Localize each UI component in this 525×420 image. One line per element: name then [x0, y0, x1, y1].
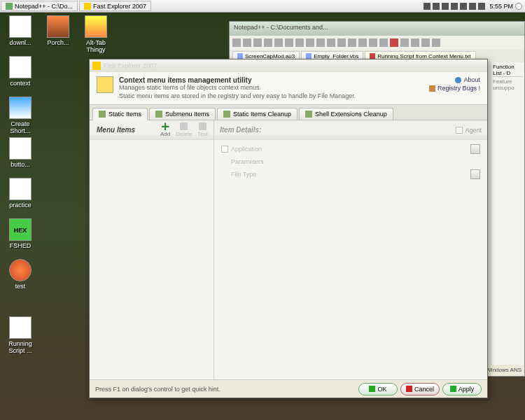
clock[interactable]: 5:55 PM [489, 3, 513, 10]
taskbar-label: Notepad++ - C:\Do... [15, 3, 73, 10]
toolbar-icon[interactable] [253, 38, 262, 47]
tray-icon[interactable] [442, 3, 449, 10]
toolbar-icon[interactable] [295, 38, 304, 47]
notepad-icon [6, 3, 13, 10]
desktop-icon[interactable]: butto... [3, 137, 38, 168]
about-link[interactable]: About [429, 76, 480, 83]
file-icon [237, 53, 243, 59]
toolbar-icon[interactable] [358, 38, 367, 47]
menu-items-list[interactable] [90, 140, 214, 379]
desktop-icon[interactable]: Alt-Tab Thingy [78, 15, 113, 53]
tray-icon[interactable] [451, 3, 458, 10]
details-header: Item Details: Agent [214, 120, 487, 140]
x-icon [180, 122, 188, 130]
browse-button [470, 169, 480, 179]
toolbar-icon[interactable] [432, 38, 440, 47]
hint-text: Press F1 on dialog's control to get quic… [95, 386, 358, 393]
tab-shell-cleanup[interactable]: Shell Extensions Cleanup [299, 108, 393, 120]
menu-items-heading: Menu Items [90, 126, 155, 134]
taskbar-label: Fast Explorer 2007 [93, 3, 146, 10]
tray-icon[interactable] [433, 3, 440, 10]
window-titlebar[interactable]: Notepad++ - C:\Documents and... [230, 22, 524, 36]
toolbar-icon[interactable] [306, 38, 314, 47]
dialog-buttons: OK Cancel Apply [358, 383, 482, 396]
desktop-icon[interactable]: practice [3, 178, 38, 209]
taskbar-button-notepad[interactable]: Notepad++ - C:\Do... [1, 1, 78, 11]
apply-button[interactable]: Apply [442, 383, 482, 396]
bugs-link[interactable]: Registry Bugs ! [429, 85, 480, 92]
tab-static-items[interactable]: Static Items [92, 108, 148, 120]
toolbar-icon[interactable] [232, 38, 241, 47]
file-icon [306, 53, 312, 59]
dialog-titlebar[interactable]: Fast Explorer 2007 [90, 59, 487, 72]
toolbar-icon[interactable] [348, 38, 356, 47]
desktop-icon[interactable]: Create Short... [3, 97, 38, 134]
toolbar-icon[interactable] [316, 38, 325, 47]
dialog-body: Menu Items Add Delete Test Item Details:… [90, 120, 487, 379]
desktop-icon[interactable]: downl... [3, 15, 38, 46]
taskbar: Notepad++ - C:\Do... Fast Explorer 2007 … [0, 0, 525, 13]
app-icon [92, 62, 101, 70]
tab-submenu-items[interactable]: Submenu Items [149, 108, 216, 120]
toolbar-icon[interactable] [411, 38, 419, 47]
file-icon [370, 53, 375, 59]
application-row: Application [221, 144, 480, 154]
item-details-panel: Item Details: Agent Application Paramete… [214, 120, 487, 379]
delete-button: Delete [173, 122, 195, 137]
desktop-icon[interactable]: context [3, 56, 38, 87]
desktop-icon[interactable]: Porch... [41, 15, 76, 46]
header-desc: Manages static items of file objects con… [119, 84, 356, 92]
test-button: Test [195, 122, 211, 137]
file-icon [9, 15, 31, 38]
search-icon[interactable] [515, 3, 522, 10]
cancel-button[interactable]: Cancel [400, 383, 440, 396]
test-icon [199, 122, 206, 130]
checkbox-icon [221, 146, 228, 153]
details-heading: Item Details: [220, 126, 456, 134]
tray-icon[interactable] [424, 3, 430, 10]
file-icon [9, 137, 31, 160]
file-icon [9, 316, 31, 339]
toolbar-icon[interactable] [337, 38, 346, 47]
info-icon [455, 77, 461, 83]
ok-button[interactable]: OK [358, 383, 398, 396]
toolbar-icon[interactable] [421, 38, 430, 47]
toolbar-icon[interactable] [243, 38, 251, 47]
system-tray: 5:55 PM [424, 3, 525, 10]
utility-icon [97, 76, 113, 93]
toolbar-icon[interactable] [369, 38, 377, 47]
details-body: Application Parameters File Type [214, 140, 487, 379]
toolbar-icon[interactable] [390, 38, 398, 47]
toolbar-icon[interactable] [274, 38, 283, 47]
toolbar-icon[interactable] [264, 38, 272, 47]
filetype-row: File Type [221, 169, 480, 179]
toolbar-icon[interactable] [285, 38, 293, 47]
parameters-row: Parameters [221, 158, 480, 165]
desktop-icon[interactable]: Running Script ... [3, 316, 38, 354]
file-icon [9, 56, 31, 78]
tab-icon [155, 111, 162, 118]
taskbar-button-fastexplorer[interactable]: Fast Explorer 2007 [79, 1, 151, 11]
desktop-icon[interactable]: HEXFSHED [3, 218, 38, 249]
toolbar-icon[interactable] [400, 38, 409, 47]
fast-explorer-dialog: Fast Explorer 2007 Context menu items ma… [89, 59, 488, 398]
file-icon [9, 97, 31, 119]
desktop-icon[interactable]: test [3, 259, 38, 290]
dialog-header: Context menu items management utility Ma… [90, 72, 487, 105]
tab-static-cleanup[interactable]: Static Items Cleanup [217, 108, 298, 120]
toolbar-icon[interactable] [327, 38, 335, 47]
app-icon [84, 3, 91, 10]
tray-icon[interactable] [460, 3, 467, 10]
header-title: Context menu items management utility [119, 76, 356, 84]
file-icon [9, 178, 31, 200]
tab-icon [223, 111, 230, 118]
tray-icon[interactable] [478, 3, 485, 10]
add-button[interactable]: Add [158, 122, 173, 137]
tray-icon[interactable] [469, 3, 476, 10]
dialog-title: Fast Explorer 2007 [104, 62, 157, 69]
dialog-tabs: Static Items Submenu Items Static Items … [90, 105, 487, 120]
toolbar-icon[interactable] [379, 38, 388, 47]
tab-icon [99, 111, 106, 118]
agent-checkbox: Agent [456, 127, 482, 134]
menu-items-header: Menu Items Add Delete Test [90, 120, 214, 140]
